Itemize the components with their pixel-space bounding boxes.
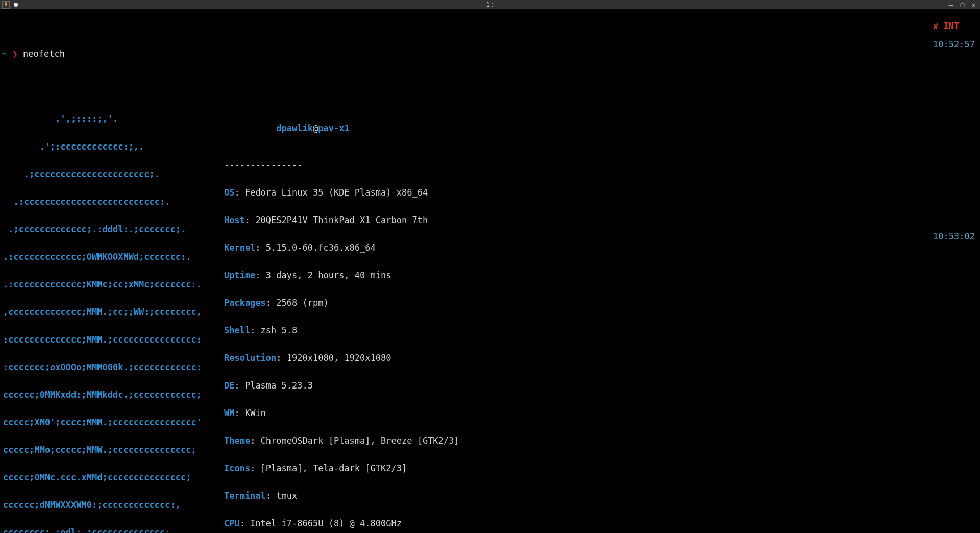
info-host: pav-x1 (318, 123, 349, 133)
info-terminal: tmux (276, 491, 297, 501)
info-icons: [Plasma], Tela-dark [GTK2/3] (261, 463, 407, 473)
prompt-cwd: ~ (2, 49, 7, 58)
info-resolution: 1920x1080, 1920x1080 (287, 353, 391, 363)
info-separator: --------------- (224, 160, 470, 169)
app-icon: A (2, 1, 10, 9)
window-title: 1: (486, 0, 494, 9)
info-packages: 2568 (rpm) (276, 298, 328, 308)
prompt-arrow-icon: ❯ (13, 49, 18, 58)
info-host-model: 20QES2P41V ThinkPad X1 Carbon 7th (255, 215, 428, 225)
info-kernel: 5.15.0-60.fc36.x86_64 (266, 243, 376, 253)
distro-ascii-logo: .',;::::;,'. .';:cccccccccccc:;,. .;cccc… (3, 96, 202, 533)
timestamp: 10:53:02 (933, 232, 975, 241)
info-os: Fedora Linux 35 (KDE Plasma) x86_64 (245, 187, 428, 198)
minimize-button[interactable]: — (949, 0, 953, 9)
info-cpu: Intel i7-8665U (8) @ 4.800GHz (250, 518, 402, 528)
system-info: dpawlik@pav-x1 --------------- OS: Fedor… (224, 96, 470, 533)
timestamp: 10:52:57 (933, 39, 975, 50)
info-uptime: 3 days, 2 hours, 40 mins (266, 270, 391, 280)
neofetch-output: .',;::::;,'. .';:cccccccccccc:;,. .;cccc… (2, 96, 978, 533)
info-shell: zsh 5.8 (261, 325, 298, 335)
terminal-area[interactable]: ~ ❯ neofetch ✘ INT 10:52:57 .',;::::;,'.… (0, 9, 980, 533)
close-button[interactable]: ✕ (972, 0, 976, 9)
command-text: neofetch (23, 49, 65, 58)
maximize-button[interactable]: ❐ (960, 0, 964, 9)
exit-status-badge: ✘ INT (933, 21, 959, 31)
info-theme: ChromeOSDark [Plasma], Breeze [GTK2/3] (261, 435, 459, 446)
modified-dot-icon (14, 3, 18, 7)
info-user: dpawlik (276, 123, 313, 133)
window-titlebar: A 1: — ❐ ✕ (0, 0, 980, 9)
info-wm: KWin (245, 408, 266, 418)
info-de: Plasma 5.23.3 (245, 380, 313, 391)
